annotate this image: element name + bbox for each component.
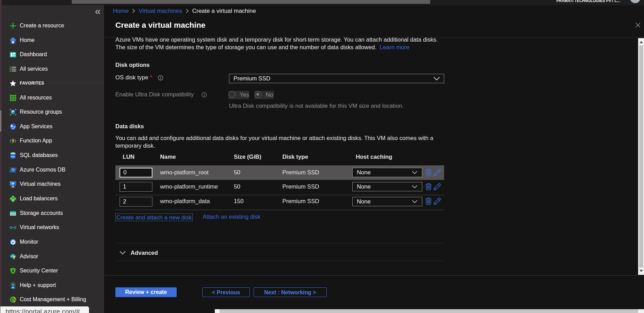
svg-text:SQL: SQL xyxy=(11,156,15,158)
svg-text:$: $ xyxy=(12,298,14,301)
